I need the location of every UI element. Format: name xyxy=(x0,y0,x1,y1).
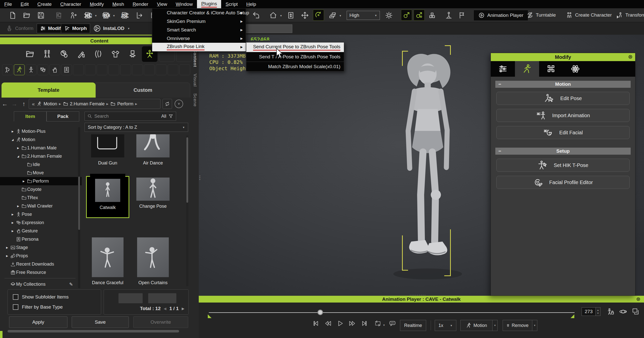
dock-tab[interactable]: Scene xyxy=(192,93,197,107)
instalod-button[interactable]: InstaLOD ▼ xyxy=(94,25,130,32)
filter-funnel-icon[interactable] xyxy=(168,114,173,119)
menubar-item[interactable]: Mesh xyxy=(108,0,128,8)
nav-forward-button[interactable]: → xyxy=(10,100,19,107)
collapse-panel-button[interactable]: ˅ xyxy=(175,100,183,108)
modify-panel-title[interactable]: Modify ⊗ xyxy=(491,53,635,61)
nav-up-button[interactable]: ↑ xyxy=(19,100,29,107)
remove-button[interactable]: Remove xyxy=(503,320,532,331)
timeline-end-marker[interactable] xyxy=(571,314,574,318)
tree-item[interactable]: Free Resource xyxy=(0,268,82,277)
render-style-caret[interactable]: ▼ xyxy=(339,14,342,17)
content-search-input[interactable] xyxy=(94,114,159,119)
filter-base-type-checkbox[interactable] xyxy=(13,304,18,310)
tree-item[interactable]: ▶ Perform xyxy=(0,177,82,185)
page-prev-icon[interactable]: ◀ xyxy=(164,307,166,311)
tab-item[interactable]: Item xyxy=(14,111,47,121)
motion-section-header[interactable]: − Motion xyxy=(495,81,631,88)
fast-forward-button[interactable] xyxy=(349,320,356,327)
menubar-item[interactable]: File xyxy=(0,0,16,8)
dual-display-icon[interactable] xyxy=(632,308,639,315)
subcategory-pose[interactable] xyxy=(26,64,36,75)
thumbnail-cell[interactable]: Dance Graceful xyxy=(86,237,129,285)
move-tool-button[interactable] xyxy=(299,10,310,21)
breadcrumb[interactable]: « Motion ▶ 2.Human Female ▶ xyxy=(29,99,160,109)
tree-expand-arrow[interactable]: ◢ xyxy=(10,138,15,141)
realtime-button[interactable]: Realtime xyxy=(400,320,426,331)
menubar-item[interactable]: Window xyxy=(172,0,197,8)
category-makeup[interactable] xyxy=(73,46,89,62)
loop-range-caret[interactable]: ▼ xyxy=(383,324,385,326)
menubar-item[interactable]: Render xyxy=(128,0,152,8)
tab-modify-general[interactable] xyxy=(491,61,515,77)
tab-modify-animation[interactable] xyxy=(515,61,539,77)
tree-item[interactable]: ▶ 1.Human Male xyxy=(0,144,82,152)
tree-expand-arrow[interactable]: ◢ xyxy=(16,155,21,158)
edit-motion-layer-button[interactable] xyxy=(401,10,412,21)
tree-expand-arrow[interactable]: ▶ xyxy=(16,205,21,207)
zbrush-submenu-item[interactable]: Match ZBrush Model Scale(x0.01) xyxy=(246,62,344,71)
category-actor[interactable] xyxy=(39,46,55,62)
save-button[interactable]: Save xyxy=(72,316,129,328)
plugins-menu-item[interactable]: Character Creator & iClone Auto Setup ▶ xyxy=(152,9,246,17)
collapse-icon[interactable]: − xyxy=(498,148,501,154)
category-cloth[interactable] xyxy=(108,46,123,62)
reach-target-button[interactable] xyxy=(414,10,425,21)
rewind-button[interactable] xyxy=(325,320,332,327)
thumbnail-image[interactable] xyxy=(91,134,124,157)
flag-button[interactable] xyxy=(456,10,467,21)
export-character-button[interactable] xyxy=(68,10,79,21)
modify-action-button[interactable]: Edit Facial xyxy=(496,126,630,139)
tab-pack[interactable]: Pack xyxy=(47,111,79,121)
turntable-button[interactable]: Turntable xyxy=(527,12,556,18)
timeline-track[interactable] xyxy=(209,312,575,313)
orbit-camera-icon[interactable] xyxy=(619,308,627,315)
tab-modify-physics[interactable] xyxy=(563,61,587,77)
frame-spinner[interactable]: ▲▼ xyxy=(596,307,600,316)
plugins-menu-item[interactable]: Omniverse ▶ xyxy=(152,34,246,43)
thumbnail-scrollbar[interactable] xyxy=(186,135,188,286)
tree-item[interactable]: ▶ Wall Crawler xyxy=(0,202,82,210)
thumbnail-cell[interactable]: Air Dance xyxy=(131,134,175,166)
menubar-item[interactable]: Edit xyxy=(16,0,33,8)
export-usd-button[interactable] xyxy=(119,10,130,21)
timeline-playhead[interactable] xyxy=(317,310,323,315)
menubar-item[interactable]: Script xyxy=(221,0,242,8)
breadcrumb-segment[interactable]: Motion ▶ xyxy=(37,101,61,107)
show-subfolder-row[interactable]: Show Subfolder Items xyxy=(13,294,101,300)
tree-item[interactable]: Recent Downloads xyxy=(0,260,82,268)
thumbnail-cell[interactable]: Dual Gun xyxy=(86,134,129,166)
dock-tab[interactable]: Content xyxy=(192,49,197,67)
lighting-button[interactable] xyxy=(383,10,394,21)
menubar-item[interactable]: Plugins xyxy=(197,0,221,8)
zbrush-submenu-item[interactable]: Send Current Pose to ZBrush Pose Tools xyxy=(246,43,344,52)
breadcrumb-segment[interactable]: Perform ▶ xyxy=(110,101,137,107)
export-obj-caret[interactable]: ▼ xyxy=(95,14,97,17)
menubar-item[interactable]: Modify xyxy=(86,0,108,8)
player-title-bar[interactable]: Animation Player : CAVE - Catwalk ⊗ xyxy=(199,296,644,303)
tree-expand-arrow[interactable]: ▶ xyxy=(16,147,21,149)
thumbnail-image[interactable] xyxy=(136,178,170,201)
menubar-item[interactable]: Create xyxy=(33,0,56,8)
breadcrumb-collapse-icon[interactable]: « xyxy=(32,101,35,107)
overwrite-button[interactable]: Overwrite xyxy=(133,316,188,328)
menubar-item[interactable]: View xyxy=(153,0,172,8)
thumbnail-image[interactable] xyxy=(92,237,124,277)
physics-button[interactable] xyxy=(443,10,454,21)
tree-item[interactable]: ◢ 2.Human Female xyxy=(0,152,82,160)
zbrush-submenu-item[interactable]: Send T / A-Pose to ZBrush Pose Tools xyxy=(246,52,344,62)
remove-caret[interactable]: ▼ xyxy=(532,320,537,331)
subcategory-motion[interactable] xyxy=(14,64,25,75)
dock-tab[interactable]: Visual xyxy=(192,74,197,87)
close-icon[interactable]: ⊗ xyxy=(636,296,640,302)
tree-expand-arrow[interactable]: ▶ xyxy=(5,246,10,249)
tree-item[interactable]: ◢ Motion xyxy=(0,136,82,144)
new-project-button[interactable] xyxy=(7,10,18,21)
tree-item[interactable]: ▶ Pose xyxy=(0,210,82,219)
home-view-button[interactable] xyxy=(268,10,279,21)
tree-item[interactable]: ▶ Expression xyxy=(0,219,82,227)
thumbnail-cell[interactable]: Change Pose xyxy=(131,178,175,209)
thumbnail-image[interactable] xyxy=(136,134,170,157)
lock-character-icon[interactable] xyxy=(607,308,614,315)
go-to-start-button[interactable] xyxy=(312,320,319,327)
plugins-menu-item[interactable]: SkinGen Premium ▶ xyxy=(152,17,246,26)
